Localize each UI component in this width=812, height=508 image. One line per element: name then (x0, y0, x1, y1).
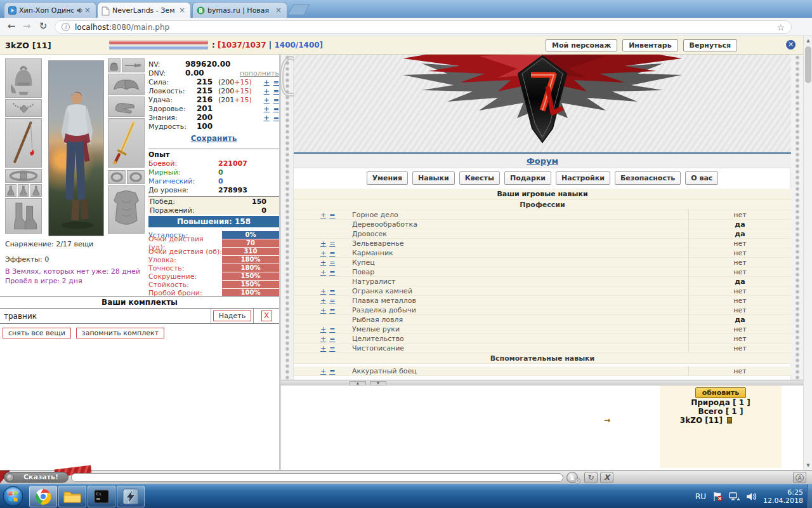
stat-equals-link[interactable]: = (273, 78, 279, 86)
action-center-flag-icon[interactable] (712, 491, 723, 502)
refresh-button[interactable]: обновить (695, 387, 746, 398)
bookmark-star-icon[interactable]: ☆ (776, 22, 785, 32)
skill-plus-link[interactable]: + (320, 258, 326, 267)
scrollbar-up-icon[interactable]: ▲ (804, 36, 812, 45)
page-scrollbar[interactable]: ▲ ▼ (803, 36, 812, 470)
slot-helmet[interactable] (5, 58, 42, 98)
browser-tab-neverlands[interactable]: NeverLands - Земли, кот × (97, 2, 191, 18)
slot-amulet[interactable] (5, 99, 42, 117)
slot-ring-1[interactable] (108, 170, 126, 184)
taskbar-lightning-app-button[interactable] (117, 486, 145, 507)
network-icon[interactable] (729, 491, 740, 502)
skill-plus-link[interactable]: + (320, 367, 326, 375)
slot-armor[interactable] (108, 185, 145, 234)
forward-icon[interactable]: → (20, 20, 33, 32)
skill-plus-link[interactable]: + (320, 239, 326, 248)
chat-send-badge-icon[interactable]: X (575, 478, 580, 484)
volume-icon[interactable] (746, 491, 757, 502)
game-nav-tab[interactable]: Безопасность (615, 171, 681, 185)
player-list-entry[interactable]: → 3kZO [11] (660, 416, 752, 425)
skill-plus-link[interactable]: + (320, 335, 326, 343)
taskbar-chrome-button[interactable] (29, 486, 57, 507)
tab-close-icon[interactable]: × (178, 6, 187, 14)
scrollbar-down-icon[interactable]: ▼ (804, 461, 812, 470)
game-nav-tab[interactable]: Навыки (412, 171, 455, 185)
skill-plus-link[interactable]: + (320, 325, 326, 333)
skill-plus-link[interactable]: + (320, 287, 326, 295)
tab-close-icon[interactable]: × (274, 6, 283, 14)
slot-boots[interactable] (5, 198, 42, 234)
language-indicator[interactable]: RU (695, 492, 706, 501)
player-list-name[interactable]: 3kZO [11] (680, 416, 723, 425)
tab-close-icon[interactable]: × (83, 6, 92, 14)
slot-potion-2[interactable] (18, 184, 29, 197)
chat-refresh-icon[interactable]: ↻ (584, 472, 598, 483)
scroll-down-icon[interactable]: ▼ (370, 381, 386, 385)
skill-plus-link[interactable]: + (320, 211, 326, 219)
slot-ring-2[interactable] (127, 170, 145, 184)
skill-name: Разделка добычи (332, 306, 688, 314)
delete-kit-icon[interactable]: X (261, 311, 272, 321)
skill-plus-link[interactable]: + (320, 344, 326, 352)
frame-bottom-bar: ▲ ▼ (281, 380, 803, 385)
top-up-link[interactable]: пополнить (240, 69, 279, 77)
address-bar[interactable]: i localhost :8080/main.php ☆ (55, 20, 792, 34)
chat-clear-icon[interactable]: X (600, 472, 613, 483)
stat-equals-link[interactable]: = (273, 87, 279, 95)
wear-kit-button[interactable]: Надеть (213, 311, 251, 321)
slot-potion-3[interactable] (30, 184, 42, 197)
skill-plus-link[interactable]: + (320, 268, 326, 276)
show-desktop-button[interactable] (807, 485, 812, 508)
stat-plus-link[interactable]: + (264, 78, 270, 86)
header-button[interactable]: Вернуться (683, 39, 737, 51)
header-button[interactable]: Инвентарь (622, 39, 678, 51)
stat-equals-link[interactable]: = (273, 96, 279, 104)
back-icon[interactable]: ← (5, 20, 18, 32)
slot-dagger[interactable] (122, 58, 145, 72)
slot-fishing-rod-equipped[interactable] (5, 118, 42, 168)
start-button[interactable] (3, 486, 23, 507)
scroll-up-icon[interactable]: ▲ (350, 381, 366, 385)
slot-shoulders[interactable] (108, 74, 145, 95)
chat-font-icon[interactable]: A (793, 472, 806, 483)
save-link[interactable]: Сохранить (148, 134, 279, 143)
scrollbar-thumb[interactable] (805, 46, 811, 83)
slot-potion-1[interactable] (5, 184, 16, 197)
chat-message-input[interactable] (71, 473, 563, 482)
remember-kit-button[interactable]: запомнить комплект (76, 328, 164, 338)
close-panel-icon[interactable]: × (786, 40, 796, 50)
new-tab-button[interactable] (287, 4, 310, 15)
player-info-icon[interactable] (727, 417, 732, 424)
skill-plus-link[interactable]: + (320, 249, 326, 257)
page-info-icon[interactable]: i (62, 23, 70, 31)
game-nav-tab[interactable]: Настройки (556, 171, 610, 185)
browser-tab-bymas[interactable]: B bymas.ru | Новая тема × (192, 2, 287, 18)
chat-orb-icon[interactable] (6, 473, 14, 481)
stat-equals-link[interactable]: = (273, 114, 279, 122)
game-nav-tab[interactable]: Подарки (504, 171, 551, 185)
slot-belt[interactable] (5, 169, 42, 183)
slot-sword-equipped[interactable] (108, 118, 145, 168)
stat-plus-link[interactable]: + (264, 105, 270, 113)
taskbar-cmd-button[interactable]: C:\ (88, 486, 115, 507)
tab-audio-icon[interactable] (76, 7, 83, 14)
game-nav-tab[interactable]: Квесты (459, 171, 500, 185)
slot-pouch[interactable] (108, 58, 121, 72)
stat-plus-link[interactable]: + (264, 96, 270, 104)
taskbar-explorer-button[interactable] (58, 486, 86, 507)
taskbar-clock[interactable]: 6:25 12.04.2018 (763, 488, 803, 505)
unequip-all-button[interactable]: снять все вещи (3, 328, 71, 338)
stat-plus-link[interactable]: + (264, 114, 270, 122)
game-nav-tab[interactable]: О вас (685, 171, 718, 185)
kit-name-input[interactable] (0, 312, 211, 321)
stat-equals-link[interactable]: = (273, 105, 279, 113)
forum-link[interactable]: Форум (527, 156, 558, 166)
game-nav-tab[interactable]: Умения (367, 171, 408, 185)
header-button[interactable]: Мой персонаж (546, 39, 617, 51)
stat-plus-link[interactable]: + (264, 87, 270, 95)
skill-plus-link[interactable]: + (320, 297, 326, 305)
browser-tab-music[interactable]: Хип-Хоп Одинокой С × (4, 2, 96, 18)
skill-plus-link[interactable]: + (320, 306, 326, 314)
slot-gloves[interactable] (108, 97, 145, 117)
reload-icon[interactable]: ↻ (37, 20, 49, 32)
